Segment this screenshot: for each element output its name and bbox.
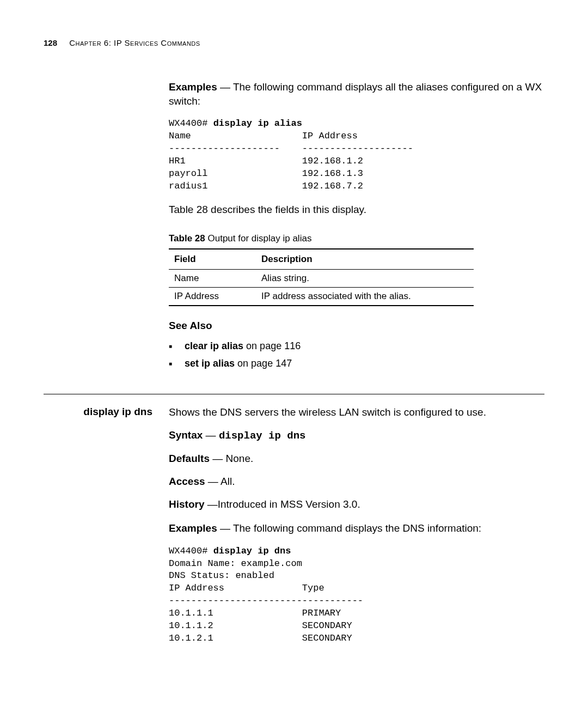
cli-prompt: WX4400# xyxy=(169,546,213,556)
bullet-icon: ■ xyxy=(169,342,182,351)
cli-command: display ip dns xyxy=(213,546,291,556)
examples-paragraph-dns: Examples — The following command display… xyxy=(169,521,544,535)
cli-block-alias: WX4400# display ip alias Name IP Address… xyxy=(169,118,544,193)
cli-command: display ip alias xyxy=(213,118,302,129)
history-line: History —Introduced in MSS Version 3.0. xyxy=(169,498,544,510)
table-number: Table 28 xyxy=(169,233,205,244)
see-also-list: ■ clear ip alias on page 116 ■ set ip al… xyxy=(169,337,544,373)
examples-paragraph: Examples — The following command display… xyxy=(169,80,544,108)
intro-text: Shows the DNS servers the wireless LAN s… xyxy=(169,405,544,419)
examples-text: — The following command displays all the… xyxy=(169,81,542,107)
table-title: Output for display ip alias xyxy=(205,233,312,244)
table-caption: Table 28 Output for display ip alias xyxy=(169,233,544,244)
examples-label: Examples xyxy=(169,522,217,534)
syntax-label: Syntax xyxy=(169,429,203,441)
table-cell-field: Name xyxy=(169,269,256,287)
cli-output: Name IP Address -------------------- ---… xyxy=(169,131,413,191)
cli-prompt: WX4400# xyxy=(169,118,213,129)
cli-output: Domain Name: example.com DNS Status: ena… xyxy=(169,558,363,644)
command-name: display ip dns xyxy=(44,405,152,419)
section-divider xyxy=(44,394,544,394)
defaults-line: Defaults — None. xyxy=(169,453,544,465)
table-cell-field: IP Address xyxy=(169,287,256,306)
list-item: ■ set ip alias on page 147 xyxy=(169,355,544,372)
running-header: 128 Chapter 6: IP Services Commands xyxy=(44,38,544,47)
syntax-dash: — xyxy=(203,429,219,441)
table-row: Name Alias string. xyxy=(169,269,474,287)
defaults-text: — None. xyxy=(210,453,253,464)
examples-label: Examples xyxy=(169,81,217,93)
page-number: 128 xyxy=(44,38,57,47)
history-label: History xyxy=(169,498,204,510)
bullet-icon: ■ xyxy=(169,359,182,369)
see-also-page: on page 147 xyxy=(235,358,292,369)
see-also-page: on page 116 xyxy=(243,340,301,351)
chapter-label: Chapter 6: IP Services Commands xyxy=(69,38,200,47)
list-item: ■ clear ip alias on page 116 xyxy=(169,337,544,355)
syntax-line: Syntax — display ip dns xyxy=(169,429,544,442)
access-line: Access — All. xyxy=(169,476,544,488)
table-cell-desc: Alias string. xyxy=(256,269,474,287)
examples-text: — The following command displays the DNS… xyxy=(217,522,481,534)
table-header-field: Field xyxy=(169,249,256,270)
syntax-command: display ip dns xyxy=(219,430,306,442)
access-text: — All. xyxy=(205,476,235,487)
defaults-label: Defaults xyxy=(169,453,210,464)
history-text: —Introduced in MSS Version 3.0. xyxy=(204,498,360,510)
output-fields-table: Field Description Name Alias string. IP … xyxy=(169,248,474,306)
page: 128 Chapter 6: IP Services Commands Exam… xyxy=(0,0,588,687)
section-display-ip-dns: display ip dns Shows the DNS servers the… xyxy=(44,405,544,655)
access-label: Access xyxy=(169,476,205,487)
see-also-command: clear ip alias xyxy=(185,340,243,351)
cli-block-dns: WX4400# display ip dns Domain Name: exam… xyxy=(169,545,544,646)
table-cell-desc: IP address associated with the alias. xyxy=(256,287,474,306)
table-reference: Table 28 describes the fields in this di… xyxy=(169,203,544,217)
table-header-description: Description xyxy=(256,249,474,270)
see-also-command: set ip alias xyxy=(185,358,235,369)
see-also-heading: See Also xyxy=(169,320,544,332)
table-row: IP Address IP address associated with th… xyxy=(169,287,474,306)
section-display-ip-alias: Examples — The following command display… xyxy=(44,80,544,388)
